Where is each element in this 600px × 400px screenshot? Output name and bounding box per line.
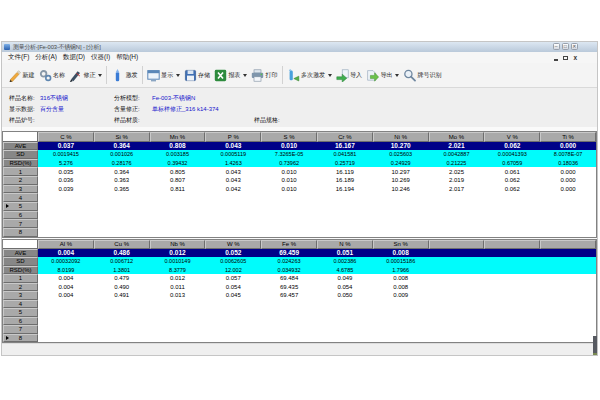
table-cell[interactable]: 0.002386 bbox=[317, 257, 373, 266]
table-cell[interactable] bbox=[317, 211, 373, 220]
table-cell[interactable] bbox=[540, 300, 596, 309]
table-cell[interactable] bbox=[150, 300, 206, 309]
table-cell[interactable] bbox=[150, 211, 206, 220]
column-header[interactable]: V % bbox=[484, 132, 540, 142]
table-cell[interactable]: 0.807 bbox=[150, 176, 206, 185]
table-cell[interactable] bbox=[540, 219, 596, 228]
table-cell[interactable]: 0.045 bbox=[205, 291, 261, 300]
table-cell[interactable]: 0.009 bbox=[373, 291, 429, 300]
table-cell[interactable] bbox=[94, 228, 150, 237]
table-cell[interactable] bbox=[540, 211, 596, 220]
table-cell[interactable]: 0.054 bbox=[205, 283, 261, 292]
minimize-button[interactable]: – bbox=[553, 43, 561, 50]
column-header[interactable]: P % bbox=[205, 132, 261, 142]
table-cell[interactable]: 2.019 bbox=[429, 176, 485, 185]
table-cell[interactable]: 0.010 bbox=[261, 142, 317, 151]
table-cell[interactable] bbox=[94, 308, 150, 317]
table-cell[interactable]: 0.010 bbox=[261, 176, 317, 185]
table-cell[interactable] bbox=[94, 300, 150, 309]
table-cell[interactable] bbox=[484, 249, 540, 258]
table-cell[interactable] bbox=[540, 308, 596, 317]
table-cell[interactable] bbox=[205, 300, 261, 309]
table-cell[interactable]: 0.049 bbox=[317, 274, 373, 283]
table-cell[interactable] bbox=[540, 325, 596, 334]
row-label-7[interactable]: 7 bbox=[3, 219, 38, 228]
table-cell[interactable]: 0.479 bbox=[94, 274, 150, 283]
table-cell[interactable] bbox=[373, 211, 429, 220]
table-cell[interactable]: 0.28176 bbox=[94, 159, 150, 168]
table-cell[interactable] bbox=[484, 325, 540, 334]
table-cell[interactable]: 0.043 bbox=[205, 142, 261, 151]
table-cell[interactable]: 16.119 bbox=[317, 167, 373, 176]
table-cell[interactable] bbox=[317, 317, 373, 326]
row-label-2[interactable]: 2 bbox=[3, 176, 38, 185]
table-cell[interactable]: 0.486 bbox=[94, 249, 150, 258]
table-cell[interactable]: 0.062 bbox=[484, 185, 540, 194]
table-cell[interactable] bbox=[373, 228, 429, 237]
table-cell[interactable] bbox=[373, 219, 429, 228]
column-header[interactable]: W % bbox=[205, 240, 261, 249]
table-cell[interactable] bbox=[429, 283, 485, 292]
table-cell[interactable] bbox=[429, 228, 485, 237]
restore-button[interactable]: □ bbox=[562, 43, 570, 50]
table-cell[interactable]: 0.364 bbox=[94, 167, 150, 176]
table-cell[interactable] bbox=[317, 193, 373, 202]
table-cell[interactable] bbox=[484, 291, 540, 300]
table-cell[interactable]: 0.363 bbox=[94, 176, 150, 185]
dropdown-caret-icon[interactable] bbox=[98, 74, 102, 77]
table-cell[interactable] bbox=[94, 325, 150, 334]
table-cell[interactable] bbox=[429, 325, 485, 334]
table-cell[interactable]: 0.21225 bbox=[429, 159, 485, 168]
table-cell[interactable]: 0.010 bbox=[261, 167, 317, 176]
table-cell[interactable] bbox=[38, 219, 94, 228]
table-cell[interactable] bbox=[484, 283, 540, 292]
table-cell[interactable]: 16.189 bbox=[317, 176, 373, 185]
table-cell[interactable] bbox=[373, 202, 429, 211]
toolbar-button-new[interactable]: 新建 bbox=[6, 65, 37, 85]
table-cell[interactable]: 0.035 bbox=[38, 167, 94, 176]
column-header[interactable]: Si % bbox=[94, 132, 150, 142]
table-cell[interactable]: 0.490 bbox=[94, 283, 150, 292]
table-cell[interactable]: 7.3265E-05 bbox=[261, 150, 317, 159]
table-cell[interactable]: 0.062 bbox=[484, 142, 540, 151]
table-cell[interactable] bbox=[205, 228, 261, 237]
row-label-6[interactable]: 6 bbox=[3, 211, 38, 220]
table-cell[interactable]: 0.062 bbox=[484, 176, 540, 185]
row-label-ave[interactable]: AVE bbox=[3, 142, 38, 151]
table-cell[interactable]: 0.052 bbox=[205, 249, 261, 258]
toolbar-button-correct[interactable]: 修正 bbox=[67, 65, 104, 85]
menu-item-data[interactable]: 数据(D) bbox=[63, 53, 85, 62]
row-label-8[interactable]: 8 bbox=[3, 228, 38, 237]
table-cell[interactable] bbox=[484, 257, 540, 266]
table-cell[interactable]: 0.025603 bbox=[373, 150, 429, 159]
toolbar-button-import[interactable]: 导入 bbox=[334, 65, 365, 85]
table-cell[interactable]: 0.034932 bbox=[261, 266, 317, 275]
table-cell[interactable] bbox=[261, 317, 317, 326]
table-cell[interactable] bbox=[38, 202, 94, 211]
table-cell[interactable]: 0.808 bbox=[150, 142, 206, 151]
row-label-1[interactable]: 1 bbox=[3, 167, 38, 176]
table-cell[interactable]: 0.0042887 bbox=[429, 150, 485, 159]
mdi-minimize-icon[interactable] bbox=[554, 59, 558, 61]
mdi-close-icon[interactable]: x bbox=[573, 55, 577, 61]
table-cell[interactable] bbox=[150, 334, 206, 343]
dropdown-caret-icon[interactable] bbox=[328, 74, 332, 77]
table-cell[interactable] bbox=[38, 325, 94, 334]
table-cell[interactable] bbox=[373, 325, 429, 334]
table-cell[interactable]: 0.39432 bbox=[150, 159, 206, 168]
table-cell[interactable]: 0.024263 bbox=[261, 257, 317, 266]
table-cell[interactable]: 10.269 bbox=[373, 176, 429, 185]
table-cell[interactable]: 0.006712 bbox=[94, 257, 150, 266]
row-label-3[interactable]: 3 bbox=[3, 291, 38, 300]
table-cell[interactable]: 0.043 bbox=[205, 176, 261, 185]
column-header[interactable]: N % bbox=[317, 240, 373, 249]
table-cell[interactable] bbox=[317, 228, 373, 237]
table-cell[interactable]: 0.004 bbox=[38, 291, 94, 300]
table-cell[interactable]: 12.002 bbox=[205, 266, 261, 275]
column-header[interactable]: Ni % bbox=[373, 132, 429, 142]
column-header[interactable] bbox=[540, 240, 596, 249]
table-cell[interactable] bbox=[94, 317, 150, 326]
table-cell[interactable]: 2.021 bbox=[429, 142, 485, 151]
column-header[interactable]: Sn % bbox=[373, 240, 429, 249]
table-cell[interactable] bbox=[484, 202, 540, 211]
